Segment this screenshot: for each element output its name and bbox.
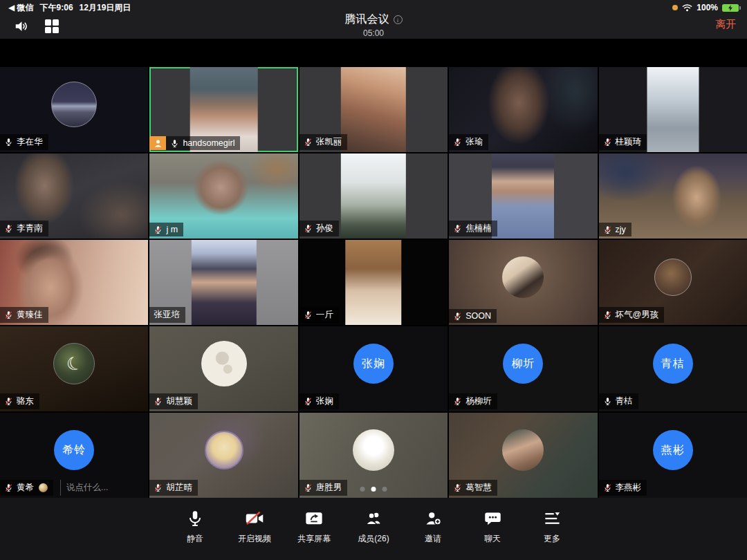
participant-name-tag: 黄希 xyxy=(0,480,53,496)
participant-tile-张娴[interactable]: 张娴 张娴 xyxy=(299,326,448,411)
mic-status-icon xyxy=(453,397,462,406)
mic-status-icon xyxy=(304,483,313,492)
participant-video xyxy=(341,153,406,239)
invite-person-icon xyxy=(423,509,443,528)
participant-tile-李青南[interactable]: 李青南 xyxy=(0,153,148,239)
participant-name-tag: 张凯丽 xyxy=(299,134,348,150)
participant-tile-胡慧颖[interactable]: 胡慧颖 xyxy=(149,326,297,411)
avatar-initials: 燕彬 xyxy=(661,443,685,458)
participant-name-tag: 葛智慧 xyxy=(449,480,497,496)
back-chevron-icon: ◀ xyxy=(8,3,15,12)
chat-input-hint[interactable]: 说点什么... xyxy=(60,480,113,496)
back-to-wechat-button[interactable]: ◀ 微信 xyxy=(8,2,34,14)
mic-status-icon xyxy=(453,312,462,321)
participant-name: 骆东 xyxy=(17,395,34,407)
wifi-icon xyxy=(682,3,692,12)
chat-button[interactable]: 聊天 xyxy=(468,509,517,545)
participant-tile-青桔[interactable]: 青桔 青桔 xyxy=(599,326,747,411)
page-dot[interactable] xyxy=(382,487,387,492)
participant-tile-j m[interactable]: j m xyxy=(149,153,297,239)
participant-avatar xyxy=(353,429,394,471)
participant-tile-胡芷晴[interactable]: 胡芷晴 xyxy=(149,413,297,498)
participant-tile-zjy[interactable]: zjy xyxy=(599,153,747,239)
participant-tile-张凯丽[interactable]: 张凯丽 xyxy=(299,67,448,152)
participant-avatar xyxy=(53,343,95,384)
battery-charging-icon xyxy=(722,4,739,12)
participant-name: 张凯丽 xyxy=(316,136,342,148)
participant-name-tag: 李青南 xyxy=(0,221,48,236)
mic-status-icon xyxy=(304,310,313,319)
leave-meeting-button[interactable]: 离开 xyxy=(715,18,736,31)
info-circle-icon[interactable]: i xyxy=(394,15,403,24)
mic-status-icon xyxy=(603,310,612,319)
meeting-title: 腾讯会议 xyxy=(345,12,389,27)
chat-bubble-icon xyxy=(483,509,502,528)
participant-tile-张亚培[interactable]: 张亚培 xyxy=(149,240,297,325)
participant-name-tag: 青桔 xyxy=(599,393,638,409)
participant-name: 坏气@男孩 xyxy=(616,309,659,321)
participant-tile-李在华[interactable]: 李在华 xyxy=(0,67,148,152)
share-screen-icon xyxy=(304,509,324,528)
members-button[interactable]: 成员(26) xyxy=(349,509,398,545)
participant-avatar xyxy=(205,431,243,469)
participant-tile-桂颖琦[interactable]: 桂颖琦 xyxy=(599,67,747,152)
page-indicator-dots[interactable] xyxy=(360,487,387,492)
mute-button[interactable]: 静音 xyxy=(170,509,220,545)
participant-tile-张瑜[interactable]: 张瑜 xyxy=(449,67,597,152)
members-icon xyxy=(364,509,383,528)
participant-tile-唐胜男[interactable]: 唐胜男 xyxy=(299,413,448,498)
participant-name: 杨柳圻 xyxy=(465,395,492,407)
participant-tile-葛智慧[interactable]: 葛智慧 xyxy=(449,413,597,498)
participant-name-tag: 坏气@男孩 xyxy=(599,307,665,323)
participant-name-tag: 唐胜男 xyxy=(299,480,348,496)
participant-name: 张亚培 xyxy=(154,309,180,321)
participant-tile-坏气@男孩[interactable]: 坏气@男孩 xyxy=(599,240,747,325)
participant-tile-一斤[interactable]: 一斤 xyxy=(299,240,448,325)
participant-tile-黄臻佳[interactable]: 黄臻佳 xyxy=(0,240,148,325)
participant-avatar: 张娴 xyxy=(353,344,394,384)
participant-avatar xyxy=(201,341,247,386)
mic-status-icon xyxy=(603,225,612,234)
participant-tile-骆东[interactable]: 骆东 xyxy=(0,326,148,411)
start-video-button[interactable]: 开启视频 xyxy=(230,509,279,545)
participant-avatar xyxy=(654,259,692,296)
participant-name-tag: 胡慧颖 xyxy=(149,393,198,409)
recording-dot-icon xyxy=(672,5,678,10)
more-list-icon xyxy=(543,509,562,528)
mic-status-icon xyxy=(4,397,13,406)
participant-avatar: 希铃 xyxy=(54,430,94,470)
participant-name-tag: 孙俊 xyxy=(299,221,339,236)
mic-status-icon xyxy=(453,483,462,492)
battery-percent: 100% xyxy=(697,3,718,12)
participant-tile-handsomegirl[interactable]: handsomegirl xyxy=(149,67,297,152)
share-screen-button[interactable]: 共享屏幕 xyxy=(289,509,339,545)
participant-name: 青桔 xyxy=(616,395,633,407)
participant-name-tag: 骆东 xyxy=(0,393,39,409)
mic-status-icon xyxy=(4,483,13,492)
avatar-initials: 张娴 xyxy=(362,357,385,371)
participant-video xyxy=(492,153,554,239)
participant-tile-焦楠楠[interactable]: 焦楠楠 xyxy=(449,153,597,239)
participant-name: 胡芷晴 xyxy=(166,482,192,494)
participant-tile-黄希[interactable]: 希铃 黄希 说点什么... xyxy=(0,413,148,498)
participant-name-tag: 张瑜 xyxy=(449,134,488,150)
mic-status-icon xyxy=(4,138,13,147)
participant-tile-SOON[interactable]: SOON xyxy=(449,240,597,325)
bottom-toolbar: 静音 开启视频 共享屏幕 成员(26) xyxy=(0,498,747,560)
more-button[interactable]: 更多 xyxy=(527,509,577,545)
participant-name-tag: zjy xyxy=(599,223,631,236)
participant-tile-杨柳圻[interactable]: 柳圻 杨柳圻 xyxy=(449,326,597,411)
participant-name-tag: 张娴 xyxy=(299,393,339,409)
participant-name: 一斤 xyxy=(316,309,333,321)
mic-status-icon xyxy=(154,397,163,406)
participant-tile-李燕彬[interactable]: 燕彬 李燕彬 xyxy=(599,413,747,498)
avatar-initials: 青桔 xyxy=(661,357,685,371)
page-dot[interactable] xyxy=(360,487,365,492)
participant-avatar: 柳圻 xyxy=(503,344,543,384)
participant-tile-孙俊[interactable]: 孙俊 xyxy=(299,153,448,239)
avatar-initials: 希铃 xyxy=(62,443,86,458)
participant-name-tag: 胡芷晴 xyxy=(149,480,198,496)
page-dot[interactable] xyxy=(371,487,376,492)
microphone-icon xyxy=(186,509,204,528)
invite-button[interactable]: 邀请 xyxy=(408,509,458,545)
